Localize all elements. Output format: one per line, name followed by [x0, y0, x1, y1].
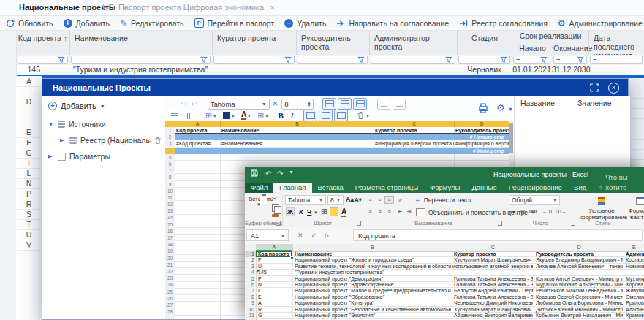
- formula-input[interactable]: Код проекта: [353, 229, 643, 241]
- bold-button[interactable]: B: [278, 111, 283, 120]
- cell[interactable]: Национальный проект "Малое и среднее пре…: [293, 288, 451, 294]
- cell[interactable]: #Наименование#: [220, 140, 374, 147]
- cell[interactable]: Хуснуллин Марат Шакирзянович - Заме: [452, 307, 533, 313]
- save-icon[interactable]: [251, 169, 258, 177]
- tree-collapsed-icon[interactable]: ▶: [60, 137, 66, 143]
- column-header-manager[interactable]: Руководитель проекта: [296, 31, 369, 55]
- borders-icon[interactable]: ⊞: [205, 112, 212, 120]
- underline-button[interactable]: Ч: [307, 208, 311, 216]
- cell[interactable]: G: [257, 313, 291, 319]
- settings-gear-icon[interactable]: ⚙: [496, 102, 505, 113]
- go-to-passport-button[interactable]: P Перейти в паспорт: [194, 18, 275, 28]
- cell[interactable]: Национальный проект "Жилье и городская с…: [293, 257, 451, 263]
- column-header[interactable]: B: [292, 244, 452, 251]
- cell[interactable]: #Код проекта#: [175, 140, 220, 147]
- table-row[interactable]: L: [16, 168, 42, 179]
- filter-stage[interactable]: …: [458, 56, 510, 64]
- sheet-row[interactable]: A Национальный проект "Культура" Черныше…: [256, 300, 644, 306]
- highlighted-row-number[interactable]: [165, 148, 175, 154]
- column-header-name[interactable]: Наименование: [69, 31, 212, 55]
- cell[interactable]: Чернышенко Дмитрий Николаевич - Зам: [452, 300, 533, 306]
- tree-item-registry[interactable]: ▶ Реестр (Национальные пр...: [60, 136, 162, 145]
- tab-data[interactable]: Данные: [466, 183, 502, 193]
- row-view-icon[interactable]: [167, 110, 181, 121]
- delete-button[interactable]: − Удалить: [284, 19, 326, 28]
- refresh-button[interactable]: Обновить: [6, 19, 53, 28]
- cell[interactable]: Костарева Татья: [624, 257, 644, 263]
- sheet-header-row[interactable]: Код проекта Наименование Куратор проекта…: [175, 127, 509, 134]
- cell[interactable]: Развитие техники, технологий и научных и…: [293, 264, 533, 270]
- decrease-decimal-icon[interactable]: .00→: [554, 209, 567, 214]
- sheet-row[interactable]: P Национальный проект "Демография" Голик…: [256, 276, 644, 282]
- format-painter-icon[interactable]: [272, 214, 279, 217]
- sheet-row[interactable]: N Национальный проект "Здравоохранение" …: [256, 282, 644, 288]
- row-menu-icon[interactable]: ⋯: [3, 65, 10, 73]
- font-family-select[interactable]: Tahoma▼: [285, 195, 326, 205]
- sheet-row[interactable]: U Развитие техники, технологий и научных…: [256, 264, 644, 270]
- cell[interactable]: I: [257, 288, 291, 294]
- tab-review[interactable]: Рецензирование: [503, 183, 568, 193]
- send-for-approval-button[interactable]: Направить на согласование: [336, 19, 449, 28]
- column-header[interactable]: C: [374, 121, 454, 127]
- cell[interactable]: Голикова Татьяна Алексеевна - Замести: [452, 282, 533, 288]
- conditional-formatting-button[interactable]: Условное форматирование ▼: [580, 194, 623, 221]
- dialog-add-button[interactable]: + Добавить ▼: [48, 102, 105, 110]
- sheet-row[interactable]: E Национальный проект "Образование" Голи…: [256, 294, 644, 300]
- cell[interactable]: A: [257, 300, 291, 306]
- table-row[interactable]: R: [16, 199, 42, 210]
- sheet-cells[interactable]: Код проекта Наименование Куратор проекта…: [256, 251, 644, 320]
- cell[interactable]: Живулин Вадим: [624, 288, 644, 294]
- sheet-row[interactable]: 145 "Туризм и индустрия гостеприимства": [256, 270, 644, 275]
- cell[interactable]: Голикова Татьяна Алексеевна - Замести: [452, 276, 533, 282]
- sheet-row-numbers[interactable]: 1234567891011121314151617181920212223242…: [165, 127, 175, 319]
- shrink-font-icon[interactable]: A▾: [355, 197, 362, 203]
- align-left-icon[interactable]: ≡: [365, 207, 375, 216]
- grow-font-icon[interactable]: A▴: [346, 196, 354, 203]
- cell[interactable]: N: [257, 282, 291, 288]
- cell[interactable]: Национальный проект "Культура": [293, 300, 451, 306]
- maximize-icon[interactable]: [590, 83, 599, 92]
- cell[interactable]: #Информация о версии проекта.Курат: [374, 140, 454, 147]
- table-row[interactable]: P: [16, 188, 42, 199]
- column-header[interactable]: D: [454, 121, 509, 127]
- filter-manager[interactable]: …: [298, 56, 368, 64]
- dialog-title-bar[interactable]: Национальные Проекты ×: [42, 79, 628, 96]
- increase-indent-icon[interactable]: ⇥: [404, 207, 414, 216]
- tab-home[interactable]: Главная: [273, 183, 311, 193]
- copy-icon[interactable]: [272, 204, 279, 212]
- cell[interactable]: Омелачук Андре: [624, 294, 644, 300]
- close-icon[interactable]: ×: [270, 4, 275, 12]
- sheet-template-row[interactable]: #Код проекта# #Наименование# #Информация…: [175, 140, 509, 147]
- start-rows-band[interactable]: # Начало стр: [175, 134, 509, 140]
- italic-button[interactable]: К: [299, 208, 303, 216]
- number-format-select[interactable]: Общий▼: [509, 195, 560, 205]
- cell[interactable]: Куратор проекта: [374, 127, 454, 134]
- column-header[interactable]: B: [220, 121, 374, 127]
- cell[interactable]: Храмов Денис Г: [624, 313, 644, 319]
- sheet-row[interactable]: F Национальный проект "Жилье и городская…: [256, 257, 644, 263]
- orientation-icon[interactable]: ⇗: [395, 196, 405, 204]
- cut-icon[interactable]: ✂: [272, 195, 278, 202]
- merge-across-button[interactable]: [353, 98, 367, 110]
- format-as-table-button[interactable]: Формати как таб: [626, 194, 644, 221]
- cell[interactable]: Мурашко Михаил Альбертович - Минист: [534, 282, 623, 288]
- sheet-row[interactable]: Код проекта Наименование Куратор проекта…: [256, 251, 644, 257]
- table-row[interactable]: T: [16, 219, 42, 230]
- cell[interactable]: Руководитель проекта: [454, 127, 509, 134]
- wrap-text-button[interactable]: ↩ Перенести текст: [416, 197, 471, 204]
- column-header-admin[interactable]: Администратор проекта: [369, 31, 457, 55]
- undo-icon[interactable]: ↩: [191, 100, 197, 108]
- undo-icon[interactable]: ↶: [265, 169, 271, 178]
- cell[interactable]: Хуснуллин Марат Шакирзянович - Заме: [452, 257, 533, 263]
- column-header-curator[interactable]: Куратор проекта: [212, 31, 296, 55]
- cell[interactable]: Абрамченко Виктория Валериевна - Зам: [452, 313, 533, 319]
- cell[interactable]: P: [257, 276, 291, 282]
- cell[interactable]: Наименование: [293, 251, 451, 257]
- table-row[interactable]: I: [16, 158, 42, 169]
- cell[interactable]: Национальный проект "Образование": [293, 294, 451, 300]
- merge-cells-button[interactable]: [322, 98, 336, 110]
- redo-icon[interactable]: ↪: [181, 100, 187, 108]
- tab-file[interactable]: Файл: [245, 183, 273, 193]
- group-expander-icon[interactable]: [276, 221, 281, 226]
- tab-view[interactable]: Вид: [568, 183, 592, 193]
